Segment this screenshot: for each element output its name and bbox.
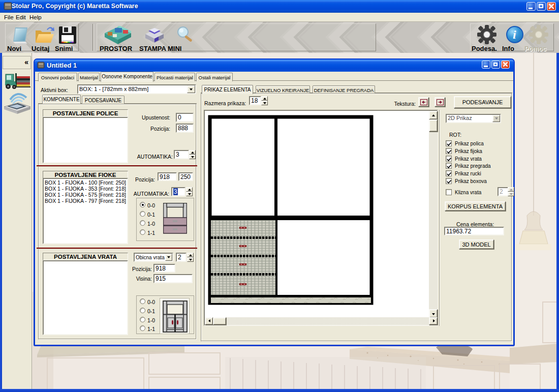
- svg-text:i: i: [513, 28, 516, 41]
